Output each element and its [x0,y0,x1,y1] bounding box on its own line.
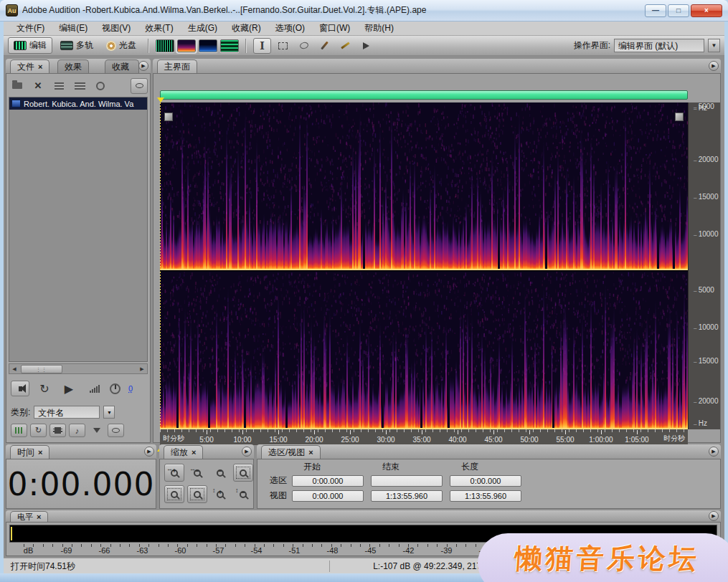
zoom-out-horizontal-button[interactable]: ↔− [187,464,207,482]
menu-item[interactable]: 文件(F) [9,21,52,36]
panel-menu-icon[interactable]: ▶ [144,447,154,457]
overview-range-bar[interactable] [160,90,688,100]
scroll-left-icon[interactable]: ◀ [9,364,19,373]
restore-button[interactable]: □ [668,4,689,17]
playhead-line[interactable] [160,102,161,429]
waveform-display-button[interactable] [156,39,174,52]
channel-handle-left-icon[interactable] [164,113,173,121]
title-bar[interactable]: Au Adobe Audition -Robert.Kubica.And.Wil… [0,0,728,22]
selection-start-field[interactable]: 0:00.000 [292,475,364,487]
spectral-display[interactable] [160,102,688,429]
spectrogram-right-channel[interactable] [160,272,688,429]
menu-item[interactable]: 编辑(E) [52,21,95,36]
panel-menu-icon[interactable]: ▶ [138,61,148,71]
lasso-selection-tool[interactable] [295,38,313,54]
scrub-tool[interactable] [357,38,375,54]
close-file-button[interactable]: ✕ [29,78,47,94]
show-midi-files-toggle[interactable]: ♪ [69,424,85,437]
menu-item[interactable]: 选项(O) [268,21,312,36]
selection-length-field[interactable]: 0:00.000 [450,475,521,487]
menu-item[interactable]: 帮助(H) [357,21,401,36]
file-name: Robert. Kubica. And. Wilma. Va [24,100,133,108]
close-tab-icon[interactable]: × [38,62,42,71]
volume-value[interactable]: 0 [128,384,133,393]
close-tab-icon[interactable]: × [308,448,313,457]
close-tab-icon[interactable]: × [38,448,42,457]
menu-item[interactable]: 效果(T) [138,21,180,36]
insert-into-cd-button[interactable] [71,78,88,94]
tab-effects[interactable]: 效果 [57,59,89,73]
tab-main-view[interactable]: 主界面 [157,59,197,73]
time-tick-label: 50:00 [511,436,547,444]
spectral-frequency-display-button[interactable] [177,39,196,52]
tab-selection-view[interactable]: 选区/视图 × [261,445,321,459]
tab-files[interactable]: 文件 × [10,59,49,73]
insert-into-multitrack-button[interactable] [50,78,67,94]
selection-end-field[interactable] [371,475,443,487]
show-loop-files-toggle[interactable]: ↻ [30,424,47,437]
loop-play-button[interactable]: ↻ [35,381,54,396]
panel-menu-icon[interactable]: ▶ [709,447,719,457]
menu-item[interactable]: 收藏(R) [224,21,268,36]
edit-file-button[interactable] [92,78,109,94]
workspace-dropdown-arrow[interactable]: ▼ [708,39,720,52]
effects-paintbrush-tool[interactable] [316,38,334,54]
import-file-button[interactable] [9,78,26,94]
volume-dial[interactable] [110,383,120,394]
zoom-to-selection-button[interactable] [233,464,253,482]
workspace-select[interactable]: 编辑界面 (默认) [614,39,704,52]
zoom-selection-right-button[interactable] [187,485,207,503]
cd-view-button[interactable]: 光盘 [101,38,141,53]
channel-handle-right-icon[interactable] [675,113,684,121]
file-list-hscrollbar[interactable]: ◀ ⋮⋮ ▶ [9,363,148,374]
zoom-in-horizontal-button[interactable]: ↔+ [164,464,184,482]
preview-volume-icon[interactable] [90,385,100,393]
column-end: 结束 [371,461,450,473]
sort-select[interactable]: 文件名 [34,406,100,419]
zoom-selection-left-button[interactable] [164,485,184,503]
spectral-phase-display-button[interactable] [220,39,239,52]
timeline-ruler[interactable]: 时分秒 5:0010:0015:0020:0025:0030:0035:0040… [160,429,688,445]
multitrack-view-button[interactable]: 多轨 [55,38,98,53]
tab-favorites[interactable]: 收藏 [105,59,139,73]
auto-play-button[interactable] [11,381,29,396]
tab-level[interactable]: 电平 × [10,511,48,522]
close-tab-icon[interactable]: × [192,448,196,457]
panel-menu-icon[interactable]: ▶ [242,447,252,457]
menu-item[interactable]: 生成(G) [181,21,224,36]
scrollbar-thumb[interactable]: ⋮⋮ [21,365,62,373]
view-start-field[interactable]: 0:00.000 [292,490,364,502]
time-selection-tool[interactable]: I [253,38,271,54]
show-video-files-toggle[interactable] [49,424,66,437]
zoom-in-vertical-button[interactable]: ↕+ [210,485,230,503]
file-list[interactable]: Robert. Kubica. And. Wilma. Va [9,97,148,362]
zoom-out-full-button[interactable]: − [210,464,230,482]
view-end-field[interactable]: 1:13:55.960 [371,490,443,502]
close-button[interactable]: × [691,4,722,17]
view-length-field[interactable]: 1:13:55.960 [450,490,521,502]
menu-item[interactable]: 窗口(W) [312,21,357,36]
minimize-button[interactable]: — [645,4,666,17]
show-audio-files-toggle[interactable] [11,424,27,437]
spectrogram-left-channel[interactable] [160,102,688,270]
edit-view-button[interactable]: 编辑 [8,37,52,54]
panel-menu-icon[interactable]: ▶ [709,61,719,71]
panel-menu-icon[interactable]: ▶ [709,511,719,521]
zoom-out-vertical-button[interactable]: ↕− [233,485,253,503]
sort-dropdown-arrow[interactable]: ▼ [103,406,115,419]
tab-zoom[interactable]: 缩放 × [164,445,203,459]
spectral-pan-display-button[interactable] [199,39,217,52]
file-list-item-selected[interactable]: Robert. Kubica. And. Wilma. Va [9,97,147,110]
close-tab-icon[interactable]: × [37,512,41,521]
filter-toggle[interactable] [88,424,105,437]
scroll-right-icon[interactable]: ▶ [137,364,147,373]
spot-healing-brush-tool[interactable] [336,38,354,54]
tab-time[interactable]: 时间 × [10,445,49,459]
advanced-options-toggle[interactable] [131,78,148,94]
show-markers-toggle[interactable] [108,424,124,437]
frequency-scale[interactable]: Hz 2000015000100005000 50001000015000200… [688,102,720,429]
menu-item[interactable]: 视图(V) [95,21,138,36]
play-file-button[interactable]: ▶ [60,381,78,396]
playhead-marker-top[interactable] [157,97,164,102]
marquee-selection-tool[interactable] [274,38,292,54]
